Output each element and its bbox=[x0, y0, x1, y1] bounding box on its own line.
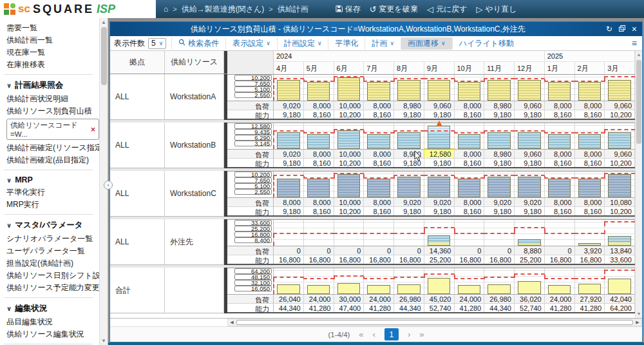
load-value-cell[interactable]: 0 bbox=[334, 246, 365, 255]
chart-cell[interactable] bbox=[304, 220, 334, 246]
chart-cell[interactable] bbox=[515, 123, 545, 149]
chart-cell[interactable] bbox=[424, 220, 455, 246]
chart-cell[interactable] bbox=[484, 75, 515, 101]
sidebar-item[interactable]: ユーザパラメータ一覧 bbox=[6, 245, 99, 257]
chart-cell[interactable] bbox=[364, 220, 394, 246]
chart-cell[interactable] bbox=[334, 75, 365, 101]
chart-cell[interactable] bbox=[605, 220, 635, 246]
refresh-icon[interactable]: ↻ bbox=[606, 25, 612, 34]
chart-cell[interactable] bbox=[394, 220, 424, 246]
popout-icon[interactable] bbox=[619, 25, 625, 34]
chart-cell[interactable] bbox=[575, 75, 605, 101]
chart-cell[interactable] bbox=[394, 75, 424, 101]
chart-cell[interactable] bbox=[334, 172, 365, 197]
chart-cell[interactable] bbox=[364, 268, 394, 294]
chart-cell[interactable] bbox=[545, 172, 575, 197]
chart-cell[interactable] bbox=[575, 172, 605, 197]
filter-chip[interactable]: 供給リソースコード=W...× bbox=[6, 119, 99, 140]
load-value-cell[interactable]: 45,020 bbox=[424, 294, 455, 303]
load-value-cell[interactable]: 0 bbox=[545, 246, 575, 255]
load-value-cell[interactable]: 0 bbox=[304, 246, 334, 255]
chart-cell[interactable] bbox=[484, 123, 515, 149]
topbar-undo-button[interactable]: ◁元に戻す bbox=[427, 4, 468, 15]
load-value-cell[interactable]: 8,000 bbox=[545, 149, 575, 158]
toolbar-button-search[interactable]: 検索条件 bbox=[171, 37, 225, 50]
chart-cell[interactable] bbox=[334, 268, 365, 294]
chart-cell[interactable] bbox=[424, 75, 455, 101]
load-value-cell[interactable]: 8,000 bbox=[575, 197, 605, 206]
load-value-cell[interactable]: 9,020 bbox=[274, 149, 304, 158]
chart-cell[interactable] bbox=[455, 268, 485, 294]
load-value-cell[interactable]: 8,980 bbox=[394, 149, 424, 158]
load-value-cell[interactable]: 9,020 bbox=[515, 197, 545, 206]
load-value-cell[interactable]: 8,000 bbox=[575, 149, 605, 158]
load-value-cell[interactable]: 8,000 bbox=[304, 101, 334, 110]
scroll-up-icon[interactable]: ▲ bbox=[636, 51, 642, 59]
load-value-cell[interactable]: 24,000 bbox=[455, 294, 485, 303]
load-value-cell[interactable]: 8,000 bbox=[304, 197, 334, 206]
sidebar-section-header[interactable]: ∨編集状況 bbox=[6, 299, 99, 316]
toolbar-button-plan[interactable]: 計画∨ bbox=[365, 37, 401, 50]
toolbar-button-leveling[interactable]: 平準化 bbox=[328, 37, 365, 50]
scroll-up-icon[interactable]: ▲ bbox=[100, 18, 108, 26]
chart-cell[interactable] bbox=[424, 172, 455, 197]
sidebar-item[interactable]: 需要一覧 bbox=[6, 22, 99, 34]
load-value-cell[interactable]: 8,000 bbox=[364, 149, 394, 158]
sidebar-item[interactable]: 供給計画一覧 bbox=[6, 34, 99, 46]
breadcrumb-item[interactable]: 供給→製造連携(関さん) bbox=[182, 4, 265, 15]
chart-cell[interactable] bbox=[274, 268, 304, 294]
load-value-cell[interactable]: 9,020 bbox=[484, 197, 515, 206]
load-value-cell[interactable]: 3,920 bbox=[575, 246, 605, 255]
chart-cell[interactable] bbox=[575, 123, 605, 149]
scroll-left-icon[interactable]: ◀ bbox=[228, 320, 236, 325]
load-value-cell[interactable]: 9,020 bbox=[274, 101, 304, 110]
sidebar-item[interactable]: 供給リソース日別シフト設定 bbox=[6, 270, 99, 282]
load-value-cell[interactable]: 0 bbox=[274, 246, 304, 255]
chart-cell[interactable] bbox=[334, 220, 365, 246]
chart-cell[interactable] bbox=[545, 268, 575, 294]
breadcrumb-item[interactable]: 供給計画 bbox=[278, 4, 308, 15]
load-value-cell[interactable]: 10,000 bbox=[334, 197, 365, 206]
chart-cell[interactable] bbox=[484, 172, 515, 197]
home-icon[interactable]: ⌂ bbox=[164, 5, 168, 14]
load-value-cell[interactable]: 8,000 bbox=[364, 197, 394, 206]
chart-cell[interactable] bbox=[274, 172, 304, 197]
load-value-cell[interactable]: 9,060 bbox=[515, 101, 545, 110]
load-value-cell[interactable]: 8,980 bbox=[484, 149, 515, 158]
sidebar-item[interactable]: 平準化実行 bbox=[6, 186, 99, 199]
chart-cell[interactable] bbox=[605, 123, 635, 149]
chart-cell[interactable] bbox=[424, 268, 455, 294]
chart-cell[interactable] bbox=[545, 75, 575, 101]
scrollbar-thumb[interactable] bbox=[636, 60, 641, 144]
load-value-cell[interactable]: 24,000 bbox=[304, 294, 334, 303]
sidebar-collapse-toggle[interactable]: ‹ bbox=[104, 181, 113, 190]
first-page-icon[interactable]: « bbox=[359, 330, 363, 339]
chart-cell[interactable] bbox=[605, 75, 635, 101]
scroll-down-icon[interactable]: ▼ bbox=[636, 310, 642, 318]
load-value-cell[interactable]: 14,360 bbox=[424, 246, 455, 255]
toolbar-button-display-settings[interactable]: 表示設定∨ bbox=[225, 37, 277, 50]
load-value-cell[interactable]: 0 bbox=[394, 246, 424, 255]
load-value-cell[interactable]: 0 bbox=[364, 246, 394, 255]
chip-close-icon[interactable]: × bbox=[91, 125, 95, 134]
load-value-cell[interactable]: 42,040 bbox=[605, 294, 635, 303]
chart-cell[interactable] bbox=[545, 220, 575, 246]
load-value-cell[interactable]: 8,000 bbox=[575, 101, 605, 110]
chart-cell[interactable] bbox=[424, 123, 455, 149]
load-value-cell[interactable]: 9,060 bbox=[424, 101, 455, 110]
chart-cell[interactable] bbox=[515, 75, 545, 101]
display-count-select[interactable]: 5 ∨ bbox=[148, 38, 166, 49]
scroll-right-icon[interactable]: ▶ bbox=[634, 320, 641, 325]
sidebar-item[interactable]: 在庫推移表 bbox=[6, 59, 99, 71]
chart-cell[interactable] bbox=[455, 220, 485, 246]
chart-cell[interactable] bbox=[515, 172, 545, 197]
sidebar-item[interactable]: 供給計画状況明細 bbox=[6, 93, 99, 105]
load-value-cell[interactable]: 26,040 bbox=[274, 294, 304, 303]
chart-cell[interactable] bbox=[304, 75, 334, 101]
topbar-save-button[interactable]: 保存 bbox=[336, 4, 361, 15]
chart-cell[interactable] bbox=[364, 172, 394, 197]
load-value-cell[interactable]: 8,000 bbox=[304, 149, 334, 158]
load-value-cell[interactable]: 10,000 bbox=[334, 149, 365, 158]
load-value-cell[interactable]: 9,060 bbox=[605, 101, 635, 110]
table-vertical-scrollbar[interactable]: ▲ ▼ bbox=[635, 51, 642, 318]
